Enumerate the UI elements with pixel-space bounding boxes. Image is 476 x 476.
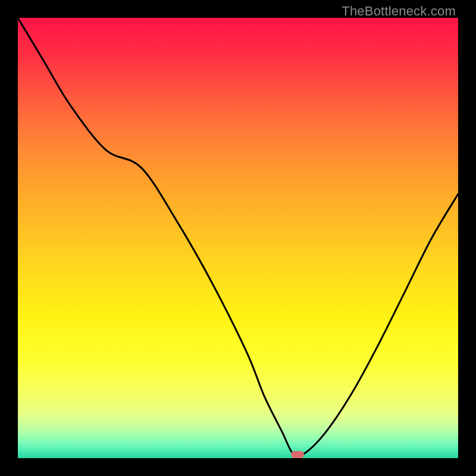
- watermark-text: TheBottleneck.com: [342, 4, 456, 19]
- plot-area: [18, 18, 458, 458]
- bottleneck-curve: [18, 18, 458, 458]
- chart-frame: TheBottleneck.com: [0, 0, 476, 476]
- optimum-marker: [291, 451, 304, 458]
